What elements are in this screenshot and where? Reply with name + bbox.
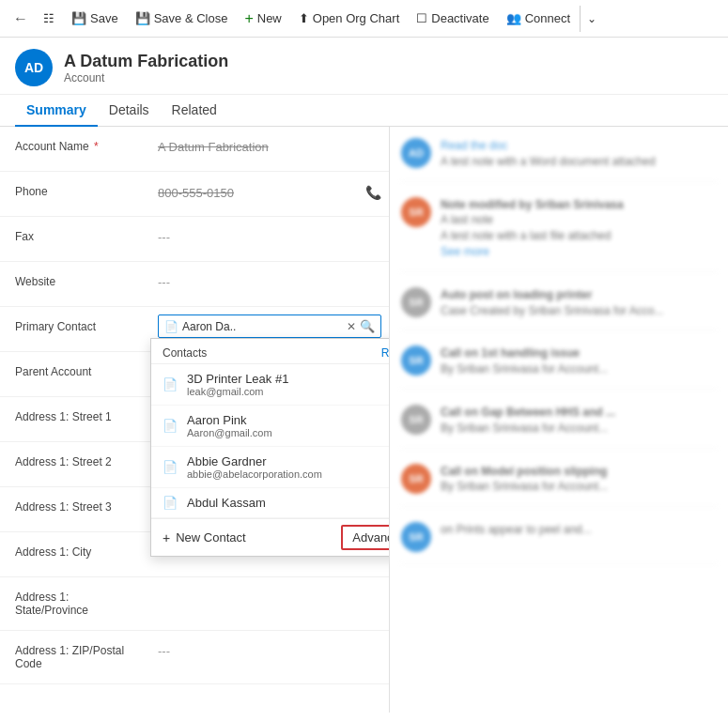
save-close-button[interactable]: 💾 Save & Close <box>128 8 236 29</box>
item-name: 3D Printer Leak #1 <box>187 372 390 386</box>
tab-related[interactable]: Related <box>161 95 228 127</box>
required-indicator: * <box>94 140 99 153</box>
value-fax: --- <box>150 217 389 257</box>
contact-icon: 📄 <box>163 419 178 433</box>
contact-icon: 📄 <box>163 460 178 474</box>
record-info: A Datum Fabrication Account <box>64 52 228 84</box>
more-button[interactable]: ⌄ <box>580 6 602 32</box>
activity-item: SR Call on Gap Between HHS and ... By Sr… <box>401 405 717 449</box>
dropdown-header: Contacts Recent records <box>151 339 390 364</box>
recent-records-label[interactable]: Recent records <box>381 346 390 360</box>
label-parent-account: Parent Account <box>0 352 150 391</box>
value-website: --- <box>150 262 389 302</box>
item-text: Aaron Pink Aaron@gmail.com <box>187 413 390 438</box>
label-address-state: Address 1: State/Province <box>0 577 150 630</box>
advanced-lookup-button[interactable]: Advanced lookup <box>341 525 390 550</box>
back-button[interactable]: ← <box>8 6 34 32</box>
item-name: Abbie Gardner <box>187 454 390 468</box>
lookup-input: 📄 Aaron Da.. ✕ 🔍 <box>158 314 381 338</box>
activity-text: Read the doc A test note with a Word doc… <box>441 138 656 170</box>
item-email: abbie@abelacorporation.com <box>187 468 390 480</box>
value-address-state <box>150 577 389 604</box>
item-text: Abbie Gardner abbie@abelacorporation.com <box>187 454 390 480</box>
lookup-tag-icon: 📄 <box>164 320 178 333</box>
label-fax: Fax <box>0 217 150 256</box>
lookup-dropdown: Contacts Recent records 📄 3D Printer Lea… <box>150 338 390 557</box>
lookup-search-icon[interactable]: 🔍 <box>360 319 375 333</box>
activity-avatar: SR <box>401 197 431 227</box>
activity-avatar: SR <box>401 287 431 317</box>
activity-subtext: A last noteA test note with a last file … <box>441 213 611 242</box>
activity-avatar: AD <box>401 138 431 168</box>
open-org-chart-button[interactable]: ⬆ Open Org Chart <box>291 8 408 29</box>
label-address-street-3: Address 1: Street 3 <box>0 487 150 527</box>
activity-bold: Call on Model position slipping <box>441 465 607 478</box>
record-title: A Datum Fabrication <box>64 52 228 71</box>
activity-avatar: SR <box>401 345 431 376</box>
label-account-name: Account Name * <box>0 127 150 166</box>
label-website: Website <box>0 262 150 301</box>
lookup-primary-contact[interactable]: 📄 Aaron Da.. ✕ 🔍 Contacts Recent records… <box>150 307 389 345</box>
deactivate-button[interactable]: ☐ Deactivate <box>409 8 496 29</box>
dropdown-list: 📄 3D Printer Leak #1 leak@gmail.com ⌄ 📄 <box>151 364 390 518</box>
activity-item: AD Read the doc A test note with a Word … <box>401 138 717 182</box>
deactivate-icon: ☐ <box>416 11 427 25</box>
phone-icon[interactable]: 📞 <box>365 185 381 200</box>
activity-text: Note modified by Sriban Srinivasa A last… <box>441 197 624 260</box>
field-account-name: Account Name * A Datum Fabrication <box>0 127 389 172</box>
activity-text: Auto post on loading printer Case Create… <box>441 287 663 319</box>
item-email: Aaron@gmail.com <box>187 427 390 438</box>
label-primary-contact: Primary Contact <box>0 307 150 346</box>
record-header: AD A Datum Fabrication Account <box>0 38 728 95</box>
activity-avatar: SR <box>401 464 431 494</box>
activity-text: Call on Gap Between HHS and ... By Sriba… <box>441 405 615 437</box>
value-phone: 800-555-0150 📞 <box>150 172 389 213</box>
org-chart-icon: ⬆ <box>299 11 309 25</box>
activity-item: SR Call on Model position slipping By Sr… <box>401 464 717 508</box>
item-name: Abdul Kassam <box>187 496 390 510</box>
list-item[interactable]: 📄 Abdul Kassam ⌄ <box>151 488 390 518</box>
label-address-street-2: Address 1: Street 2 <box>0 442 150 482</box>
new-contact-button[interactable]: + New Contact <box>163 527 341 549</box>
activity-item: SR Auto post on loading printer Case Cre… <box>401 287 717 331</box>
item-name: Aaron Pink <box>187 413 390 427</box>
connect-icon: 👥 <box>506 11 521 25</box>
save-icon: 💾 <box>71 11 86 25</box>
toolbar: ← ☷ 💾 Save 💾 Save & Close + New ⬆ Open O… <box>0 0 728 38</box>
activity-bold: Note modified by Sriban Srinivasa <box>441 198 624 211</box>
activity-bold: Auto post on loading printer <box>441 288 592 301</box>
list-item[interactable]: 📄 Abbie Gardner abbie@abelacorporation.c… <box>151 447 390 488</box>
lookup-clear-button[interactable]: ✕ <box>347 320 356 333</box>
contacts-label: Contacts <box>163 346 207 360</box>
activity-subtext: Case Created by Sriban Srinivasa for Acc… <box>441 304 663 317</box>
activity-text: on Prints appear to peel and... <box>441 522 592 552</box>
activity-text: Call on Model position slipping By Sriba… <box>441 464 608 496</box>
list-item[interactable]: 📄 Aaron Pink Aaron@gmail.com ⌄ <box>151 406 390 447</box>
tab-summary[interactable]: Summary <box>15 95 98 127</box>
activity-link[interactable]: Read the doc <box>441 139 507 152</box>
value-account-name: A Datum Fabrication <box>150 127 389 167</box>
label-address-city: Address 1: City <box>0 532 150 572</box>
activity-text: Call on 1st handling issue By Sriban Sri… <box>441 345 608 377</box>
activity-subtext: By Sriban Srinivasa for Account... <box>441 362 608 376</box>
activity-item: SR Call on 1st handling issue By Sriban … <box>401 345 717 390</box>
activity-bold: Call on Gap Between HHS and ... <box>441 406 615 419</box>
activity-item: SR on Prints appear to peel and... <box>401 522 717 564</box>
record-type: Account <box>64 71 228 84</box>
plus-icon: + <box>163 530 170 545</box>
field-fax: Fax --- <box>0 217 389 262</box>
tab-details[interactable]: Details <box>98 95 161 127</box>
main-content: Account Name * A Datum Fabrication Phone… <box>0 127 728 713</box>
lookup-tag-value: Aaron Da.. <box>182 320 236 333</box>
save-button[interactable]: 💾 Save <box>64 8 126 29</box>
activity-link[interactable]: See more <box>441 245 489 258</box>
activity-bold: Call on 1st handling issue <box>441 346 580 360</box>
list-button[interactable]: ☷ <box>36 8 62 29</box>
activity-subtext: By Sriban Srinivasa for Account... <box>441 422 608 435</box>
list-item[interactable]: 📄 3D Printer Leak #1 leak@gmail.com ⌄ <box>151 364 390 406</box>
connect-button[interactable]: 👥 Connect <box>499 8 578 29</box>
activity-avatar: SR <box>401 522 431 552</box>
activity-subtext: on Prints appear to peel and... <box>441 523 592 536</box>
new-button[interactable]: + New <box>237 7 288 31</box>
activity-list: AD Read the doc A test note with a Word … <box>390 127 728 591</box>
